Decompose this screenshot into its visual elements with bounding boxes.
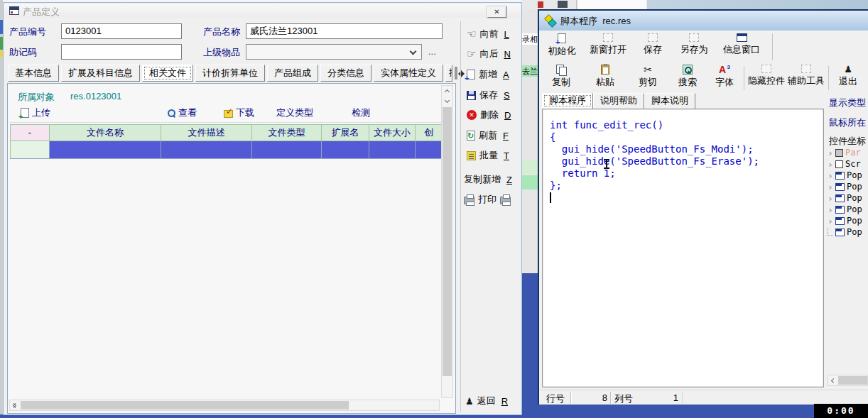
define-type-button[interactable]: 定义类型: [276, 106, 313, 119]
column-header-file-size[interactable]: 文件大小: [369, 124, 416, 141]
column-header-select[interactable]: -: [10, 124, 50, 141]
save-button[interactable]: 保存S: [467, 89, 510, 101]
tab-description-truncated[interactable]: 描: [445, 65, 452, 82]
batch-button[interactable]: 批量T: [467, 149, 509, 162]
form-icon: [835, 194, 845, 202]
tab-related-files[interactable]: 相关文件: [142, 65, 193, 82]
column-header-file-type[interactable]: 文件类型: [252, 124, 322, 141]
expand-arrow-icon[interactable]: ›: [828, 170, 833, 181]
table-row-selected-empty[interactable]: [10, 141, 443, 159]
code-editor[interactable]: int func_edit_rec() { gui_hide('SpeedBut…: [542, 109, 824, 387]
initialize-button[interactable]: 初始化: [543, 33, 580, 63]
save-icon-disabled: [648, 33, 658, 42]
titlebar[interactable]: 脚本程序 rec.res: [539, 11, 868, 31]
hide-controls-button[interactable]: 隐藏控件: [747, 65, 786, 92]
font-button[interactable]: A 字体: [710, 65, 739, 92]
horizontal-scrollbar[interactable]: [9, 400, 440, 411]
tab-scroll-right-button[interactable]: [456, 67, 457, 79]
cell-extension[interactable]: [322, 141, 369, 159]
tab-basic-info[interactable]: 基本信息: [8, 65, 59, 82]
checkbox-icon[interactable]: [835, 160, 843, 168]
column-header-created-truncated[interactable]: 创: [416, 124, 443, 141]
expand-arrow-icon[interactable]: ›: [828, 182, 833, 192]
tab-script-description[interactable]: 脚本说明: [644, 93, 695, 109]
sidebar-scrollbar-thumb[interactable]: [838, 376, 867, 385]
tree-item-popup[interactable]: › Pop: [828, 215, 862, 226]
sidebar-horizontal-scrollbar[interactable]: [828, 375, 868, 386]
close-button[interactable]: ✕: [487, 6, 506, 18]
product-code-field[interactable]: 0123001: [61, 23, 182, 39]
mnemonic-field[interactable]: [61, 44, 182, 60]
expand-arrow-icon[interactable]: ›: [828, 216, 833, 226]
column-header-file-name[interactable]: 文件名称: [50, 124, 161, 141]
exit-button[interactable]: ♟ 退出: [832, 65, 864, 92]
download-button[interactable]: 下载: [224, 106, 254, 119]
tree-item-popup[interactable]: › Pop: [828, 192, 862, 204]
open-new-window-button[interactable]: 新窗打开: [585, 33, 631, 63]
display-type-link[interactable]: 显示类型: [829, 97, 866, 109]
mouse-position-link[interactable]: 鼠标所在: [829, 116, 866, 129]
cell-file-description[interactable]: [161, 141, 252, 159]
expand-arrow-icon[interactable]: ›: [828, 193, 833, 204]
expand-arrow-icon[interactable]: ›: [828, 148, 833, 158]
parent-item-more-button[interactable]: ...: [428, 46, 436, 57]
tab-product-composition[interactable]: 产品组成: [267, 65, 318, 82]
expand-arrow-icon[interactable]: ›: [828, 204, 833, 215]
save-icon: [467, 91, 476, 100]
paste-button[interactable]: 粘贴: [590, 65, 620, 92]
tab-classification-info[interactable]: 分类信息: [320, 65, 371, 82]
background-icon: [538, 1, 543, 8]
tree-item-panel-selected[interactable]: › Par: [828, 147, 861, 158]
copy-add-button[interactable]: 复制新增Z: [464, 173, 512, 186]
cell-file-size[interactable]: [369, 141, 416, 159]
aux-tools-button[interactable]: 辅助工具: [787, 65, 825, 92]
upload-button[interactable]: 上传: [21, 106, 50, 119]
horizontal-scrollbar-thumb[interactable]: [21, 401, 349, 409]
vertical-scrollbar-thumb[interactable]: [443, 98, 452, 376]
scroll-down-button[interactable]: [442, 97, 452, 107]
titlebar[interactable]: 产品定义 ✕: [4, 4, 521, 18]
cell-file-type[interactable]: [252, 141, 322, 159]
expand-arrow-icon[interactable]: ›: [828, 159, 833, 170]
search-button[interactable]: 搜索: [673, 65, 702, 92]
tree-item-popup[interactable]: › Pop: [828, 204, 862, 215]
column-header-file-description[interactable]: 文件描述: [161, 124, 252, 141]
tab-entity-attribute-definition[interactable]: 实体属性定义: [374, 65, 443, 82]
tab-extended-subject-info[interactable]: 扩展及科目信息: [61, 65, 140, 82]
info-window-button[interactable]: 信息窗口: [718, 33, 765, 63]
tree-item-popup-last[interactable]: Pop: [828, 226, 862, 238]
tree-item-popup[interactable]: › Pop: [828, 181, 862, 192]
product-name-field[interactable]: 威氏法兰123001: [246, 23, 443, 39]
form-icon: [835, 183, 845, 191]
text-caret: [550, 192, 551, 203]
scroll-up-button[interactable]: [442, 86, 452, 97]
exit-icon: ♟: [844, 65, 852, 74]
vertical-scrollbar[interactable]: [441, 85, 453, 398]
checkbox-icon[interactable]: [835, 149, 843, 157]
tree-item-screen[interactable]: › Scr: [828, 158, 861, 170]
parent-item-combobox[interactable]: [246, 44, 422, 60]
cell-created[interactable]: [416, 141, 443, 159]
copy-button[interactable]: 复制: [546, 65, 576, 92]
tree-item-popup[interactable]: › Pop: [828, 170, 862, 181]
cell-file-name[interactable]: [50, 141, 161, 159]
save-script-button[interactable]: 保存: [637, 33, 668, 63]
refresh-button[interactable]: 刷新F: [467, 129, 509, 142]
add-new-button[interactable]: 新增A: [467, 68, 509, 81]
tab-help[interactable]: 说明帮助: [593, 93, 644, 109]
save-as-button[interactable]: 另存为: [674, 33, 714, 63]
go-next-button[interactable]: ☞ 向后N: [467, 48, 511, 60]
column-header-extension[interactable]: 扩展名: [322, 124, 369, 141]
return-button[interactable]: ♟ 返回R: [465, 395, 508, 407]
cell-select[interactable]: [10, 141, 50, 159]
go-previous-button[interactable]: ☜ 向前L: [467, 28, 509, 40]
scissors-icon: ✂: [644, 65, 652, 75]
delete-button[interactable]: ✕ 删除D: [467, 109, 511, 121]
code-line: {: [550, 131, 823, 143]
view-button[interactable]: 查看: [167, 106, 197, 119]
cut-button[interactable]: ✂ 剪切: [633, 65, 663, 92]
check-button[interactable]: 检测: [352, 106, 370, 119]
tab-pricing-unit[interactable]: 计价折算单位: [195, 65, 265, 82]
print-button[interactable]: 打印: [464, 193, 511, 206]
tab-script-program[interactable]: 脚本程序: [542, 93, 593, 109]
